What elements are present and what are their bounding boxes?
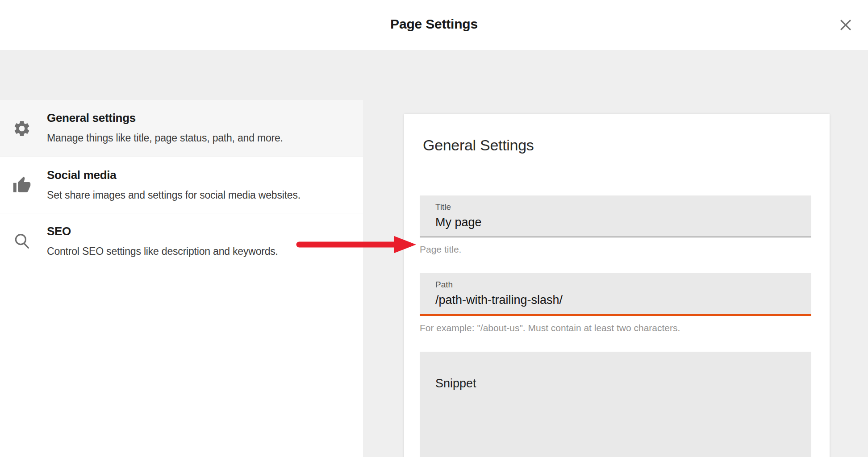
modal-header: Page Settings [0,0,868,50]
title-field-label: Title [435,202,802,212]
panel-content: Title Page title. Path For example: "/ab… [404,176,830,457]
sidebar-item-description: Set share images and settings for social… [47,188,350,202]
sidebar-item-general-settings[interactable]: General settings Manage things like titl… [0,100,363,157]
sidebar-item-title: General settings [47,110,350,125]
thumb-up-icon [13,176,31,195]
search-icon [13,232,31,251]
general-settings-panel: General Settings Title Page title. Path … [404,114,830,457]
modal-body: General settings Manage things like titl… [0,50,868,457]
title-field[interactable]: Title [420,195,811,237]
sidebar-item-description: Control SEO settings like description an… [47,245,350,258]
path-input[interactable] [435,293,802,307]
title-input[interactable] [435,215,802,229]
snippet-textarea[interactable] [435,391,804,457]
sidebar-item-title: Social media [47,167,350,183]
sidebar-item-social-media[interactable]: Social media Set share images and settin… [0,157,363,213]
close-button[interactable] [838,17,853,33]
close-icon [838,17,853,33]
sidebar-item-description: Manage things like title, page status, p… [47,131,350,145]
title-field-helper: Page title. [420,244,811,255]
snippet-field[interactable]: Snippet [420,352,811,457]
snippet-field-label: Snippet [435,376,802,391]
sidebar-item-seo[interactable]: SEO Control SEO settings like descriptio… [0,213,363,270]
sidebar-item-title: SEO [47,224,350,239]
gear-icon [13,119,31,138]
settings-nav: General settings Manage things like titl… [0,100,363,457]
modal-title: Page Settings [0,17,868,32]
path-field-helper: For example: "/about-us". Must contain a… [420,322,811,334]
page-settings-modal: Page Settings General settings Manage th… [0,0,868,457]
panel-heading: General Settings [404,114,830,176]
path-field[interactable]: Path [420,273,811,316]
path-field-label: Path [435,280,802,290]
